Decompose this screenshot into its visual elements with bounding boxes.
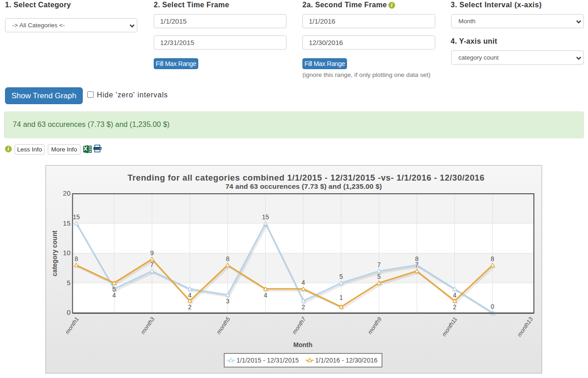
svg-text:7: 7	[150, 261, 154, 268]
svg-text:74 and 63 occurences (7.73 $): 74 and 63 occurences (7.73 $) and (1,235…	[226, 182, 382, 190]
svg-text:7: 7	[415, 261, 419, 268]
svg-text:2: 2	[453, 303, 457, 311]
svg-text:0: 0	[67, 308, 70, 316]
svg-text:5: 5	[67, 279, 70, 287]
svg-text:1/1/2016 - 12/30/2016: 1/1/2016 - 12/30/2016	[315, 357, 377, 364]
svg-text:15: 15	[63, 219, 70, 227]
svg-text:3: 3	[226, 297, 230, 305]
svg-text:9: 9	[150, 249, 154, 257]
svg-text:4: 4	[188, 292, 192, 299]
svg-text:7: 7	[377, 261, 381, 268]
svg-text:month3: month3	[140, 316, 156, 335]
svg-text:month11: month11	[441, 316, 458, 338]
svg-text:4: 4	[302, 279, 305, 286]
svg-text:0: 0	[491, 303, 494, 310]
svg-text:2: 2	[188, 303, 192, 311]
svg-text:8: 8	[226, 255, 230, 262]
svg-text:4: 4	[453, 292, 457, 299]
svg-text:month7: month7	[291, 316, 307, 335]
svg-text:category count: category count	[51, 230, 58, 276]
svg-text:10: 10	[63, 249, 70, 257]
svg-text:1/1/2015 - 12/31/2015: 1/1/2015 - 12/31/2015	[236, 357, 299, 364]
svg-text:month9: month9	[367, 316, 383, 335]
svg-text:15: 15	[262, 213, 269, 221]
svg-text:5: 5	[339, 273, 343, 280]
svg-text:month1: month1	[64, 316, 80, 335]
svg-text:15: 15	[73, 213, 80, 221]
svg-text:2: 2	[302, 303, 305, 311]
svg-text:month13: month13	[516, 316, 534, 338]
svg-text:Trending for all categories co: Trending for all categories combined 1/1…	[127, 173, 484, 182]
svg-text:month5: month5	[215, 316, 231, 335]
svg-text:4: 4	[264, 292, 267, 299]
svg-text:1: 1	[339, 294, 343, 301]
svg-text:5: 5	[377, 273, 381, 280]
svg-text:Month: Month	[293, 341, 312, 348]
svg-text:4: 4	[112, 292, 116, 299]
svg-text:20: 20	[63, 189, 70, 197]
svg-text:8: 8	[75, 255, 78, 262]
svg-text:8: 8	[491, 255, 494, 262]
